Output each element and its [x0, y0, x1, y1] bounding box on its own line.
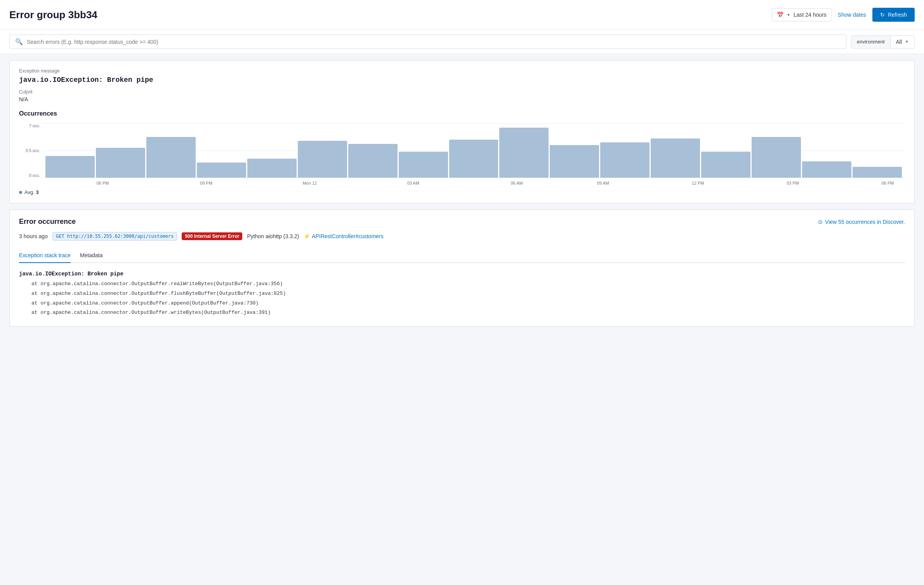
chart-bar: [752, 137, 801, 178]
chart-bar: [45, 156, 95, 178]
exception-info-card: Exception message java.io.IOException: B…: [9, 60, 915, 203]
http-method-badge: GET http://10.55.255.62:3000/api/custome…: [52, 232, 177, 241]
chart-y-label-mid: 3.5 occ.: [19, 148, 40, 153]
chart-y-label-bot: 0 occ.: [19, 173, 40, 178]
tabs: Exception stack trace Metadata: [19, 248, 905, 263]
stack-line-2: at org.apache.catalina.connector.OutputB…: [31, 299, 905, 308]
view-in-discover-link[interactable]: ⊙ View 55 occurrences in Discover.: [818, 219, 905, 225]
x-label-03pm: 03 PM: [787, 181, 799, 185]
x-label-09pm: 09 PM: [200, 181, 212, 185]
chevron-down-icon: ▼: [787, 13, 790, 17]
chart-bar: [499, 128, 549, 178]
error-occurrence-card: Error occurrence ⊙ View 55 occurrences i…: [9, 209, 915, 327]
chart-bar: [701, 152, 750, 178]
tab-exception-stack-trace[interactable]: Exception stack trace: [19, 248, 71, 263]
avg-dot: [19, 191, 22, 194]
view-discover-label: View 55 occurrences in Discover.: [825, 219, 905, 225]
error-occurrence-header: Error occurrence ⊙ View 55 occurrences i…: [19, 218, 905, 226]
env-filter-label: environment: [851, 36, 891, 48]
occurrences-chart: 7 occ. 3.5 occ. 0 occ.: [19, 123, 905, 185]
environment-filter[interactable]: environment All ▼: [851, 35, 915, 48]
culprit-value: N/A: [19, 96, 905, 102]
avg-value: 3: [36, 189, 38, 195]
framework-link-label: APIRestController#customers: [312, 233, 383, 239]
framework-link[interactable]: ⚡ APIRestController#customers: [304, 233, 383, 239]
language-info: Python aiohttp (3.3.2): [247, 233, 299, 239]
chart-average: Avg. 3: [19, 189, 905, 195]
occurrences-title: Occurrences: [19, 110, 905, 117]
chart-bar: [399, 152, 448, 178]
exception-message-value: java.io.IOException: Broken pipe: [19, 76, 905, 84]
avg-label: Avg. 3: [24, 189, 39, 195]
discover-link-icon: ⊙: [818, 219, 823, 225]
show-dates-button[interactable]: Show dates: [838, 12, 866, 18]
chart-bar: [197, 163, 246, 178]
header-controls: 📅 ▼ Last 24 hours Show dates ↻ Refresh: [772, 8, 915, 22]
time-ago: 3 hours ago: [19, 233, 48, 239]
date-range-text: Last 24 hours: [794, 12, 827, 18]
stack-line-0: at org.apache.catalina.connector.OutputB…: [31, 280, 905, 288]
refresh-label: Refresh: [888, 12, 907, 18]
search-icon: 🔍: [15, 38, 23, 45]
chart-bar: [449, 140, 498, 178]
status-code-badge: 500 Internal Server Error: [182, 232, 242, 240]
framework-link-icon: ⚡: [304, 233, 310, 239]
chart-bar: [600, 142, 650, 178]
occurrence-meta: 3 hours ago GET http://10.55.255.62:3000…: [19, 232, 905, 241]
chart-bar: [853, 167, 902, 178]
search-input-wrapper[interactable]: 🔍: [9, 35, 846, 49]
x-label-06am: 06 AM: [511, 181, 523, 185]
date-picker[interactable]: 📅 ▼ Last 24 hours: [772, 8, 832, 21]
stack-line-1: at org.apache.catalina.connector.OutputB…: [31, 290, 905, 298]
chart-bars: [42, 123, 905, 178]
chart-bar: [146, 137, 196, 178]
stack-trace: java.io.IOException: Broken pipe at org.…: [19, 271, 905, 317]
page-title: Error group 3bb34: [9, 9, 97, 21]
tab-metadata[interactable]: Metadata: [80, 248, 102, 263]
exception-message-label: Exception message: [19, 68, 905, 74]
chart-bar: [550, 145, 599, 178]
main-content: Exception message java.io.IOException: B…: [0, 54, 924, 333]
x-label-12pm: 12 PM: [692, 181, 704, 185]
chart-y-label-top: 7 occ.: [19, 123, 40, 128]
x-label-03am: 03 AM: [407, 181, 419, 185]
calendar-icon: 📅: [777, 12, 783, 18]
chart-bar: [298, 141, 347, 178]
culprit-label: Culprit: [19, 89, 905, 95]
chart-bar: [802, 161, 851, 178]
chart-area: 06 PM 09 PM Mon 12 03 AM 06 AM 09 AM 12 …: [42, 123, 905, 185]
refresh-button[interactable]: ↻ Refresh: [872, 8, 915, 22]
chart-x-axis: 06 PM 09 PM Mon 12 03 AM 06 AM 09 AM 12 …: [42, 178, 905, 185]
stack-exception-title: java.io.IOException: Broken pipe: [19, 271, 905, 277]
search-bar: 🔍 environment All ▼: [0, 30, 924, 54]
page-header: Error group 3bb34 📅 ▼ Last 24 hours Show…: [0, 0, 924, 30]
x-label-mon12: Mon 12: [302, 181, 317, 185]
stack-line-3: at org.apache.catalina.connector.OutputB…: [31, 309, 905, 317]
x-label-06pm: 06 PM: [97, 181, 109, 185]
chart-bar: [247, 159, 297, 178]
search-input[interactable]: [27, 39, 841, 45]
chart-bar: [96, 148, 145, 178]
chart-bar: [348, 144, 398, 178]
env-select-value: All: [896, 39, 902, 45]
env-select[interactable]: All ▼: [891, 36, 914, 48]
error-occurrence-title: Error occurrence: [19, 218, 76, 226]
refresh-icon: ↻: [880, 12, 885, 18]
x-label-09am: 09 AM: [597, 181, 609, 185]
chart-bar: [651, 138, 700, 178]
env-chevron-icon: ▼: [905, 40, 909, 44]
x-label-06pm-end: 06 PM: [882, 181, 894, 185]
